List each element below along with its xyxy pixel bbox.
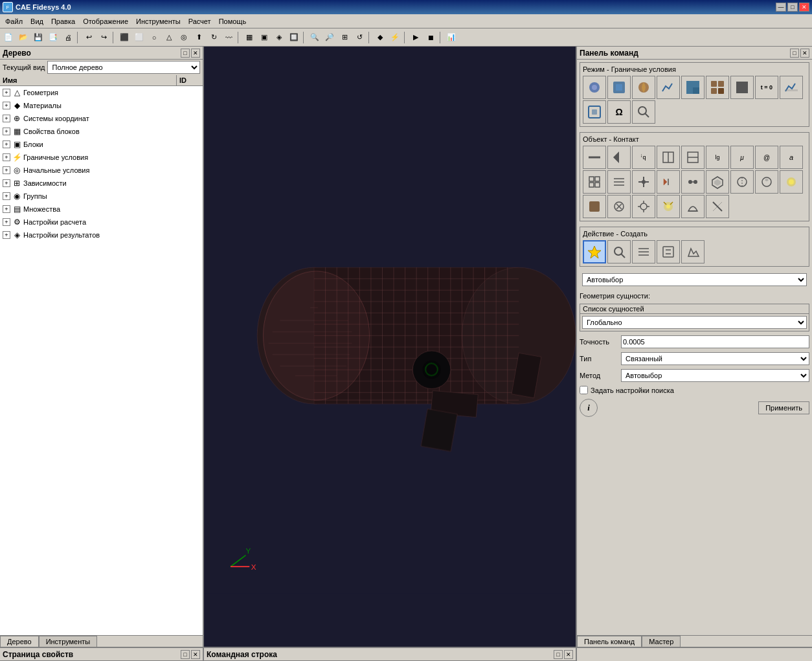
mode-btn-8[interactable]: t = 0	[755, 76, 778, 99]
tb-bc[interactable]: ⚡	[388, 30, 402, 45]
menu-edit[interactable]: Правка	[47, 14, 79, 28]
tree-item-sets[interactable]: + ▤ Множества	[0, 203, 203, 216]
obj-btn-18[interactable]	[780, 170, 803, 194]
obj-btn-15[interactable]	[706, 170, 729, 194]
tree-item-groups[interactable]: + ◉ Группы	[0, 190, 203, 203]
expander-initial[interactable]: +	[3, 166, 10, 174]
tab-cmd-panel[interactable]: Панель команд	[577, 636, 642, 647]
tb-mesh[interactable]: ▦	[242, 30, 256, 45]
expander-result[interactable]: +	[3, 231, 10, 239]
mode-btn-2[interactable]	[607, 76, 631, 99]
tree-item-calc-settings[interactable]: + ⚙ Настройки расчета	[0, 216, 203, 229]
tree-item-geometry[interactable]: + △ Геометрия	[0, 86, 203, 99]
close-button[interactable]: ✕	[799, 3, 809, 12]
menu-tools[interactable]: Инструменты	[132, 14, 185, 28]
cmd-line-float-btn[interactable]: □	[554, 650, 563, 659]
obj-btn-3[interactable]: ⁱq	[632, 146, 655, 169]
tb-redo[interactable]: ↪	[96, 30, 111, 45]
tb-cone[interactable]: △	[162, 30, 176, 45]
tb-torus[interactable]: ◎	[177, 30, 191, 45]
tab-tree[interactable]: Дерево	[0, 636, 39, 647]
expander-sets[interactable]: +	[3, 205, 10, 213]
mode-btn-10[interactable]	[583, 100, 606, 124]
tb-extrude[interactable]: ⬆	[192, 30, 206, 45]
obj-btn-9[interactable]: a	[780, 146, 803, 169]
action-btn-1[interactable]	[583, 240, 606, 263]
obj-btn-2[interactable]	[607, 146, 631, 169]
obj-btn-14[interactable]	[681, 170, 705, 194]
mode-btn-5[interactable]	[681, 76, 705, 99]
tree-item-materials[interactable]: + ◆ Материалы	[0, 99, 203, 112]
obj-btn-13[interactable]	[657, 170, 680, 194]
tb-stop[interactable]: ⏹	[423, 30, 438, 45]
menu-view[interactable]: Вид	[27, 14, 47, 28]
mode-btn-11[interactable]: Ω	[607, 100, 631, 124]
cmd-close-btn[interactable]: ✕	[800, 49, 809, 58]
obj-btn-19[interactable]	[583, 195, 606, 218]
tb-open[interactable]: 📂	[16, 30, 30, 45]
cmd-float-btn[interactable]: □	[790, 49, 799, 58]
tb-box[interactable]: ⬛	[117, 30, 131, 45]
type-dropdown[interactable]: Связанный	[621, 352, 809, 365]
menu-file[interactable]: Файл	[1, 14, 27, 28]
expander-calc[interactable]: +	[3, 218, 10, 226]
tb-sphere[interactable]: ○	[147, 30, 161, 45]
tab-tools[interactable]: Инструменты	[39, 636, 98, 647]
tb-undo[interactable]: ↩	[82, 30, 96, 45]
entity-list-dropdown[interactable]: Глобально	[582, 316, 807, 329]
expander-boundary[interactable]: +	[3, 153, 10, 161]
tree-item-result-settings[interactable]: + ◈ Настройки результатов	[0, 229, 203, 241]
expander-materials[interactable]: +	[3, 102, 10, 109]
viewport-3d[interactable]: X Y	[204, 47, 576, 647]
expander-geometry[interactable]: +	[3, 89, 10, 96]
tb-zoomin[interactable]: 🔍	[308, 30, 322, 45]
search-settings-checkbox[interactable]	[580, 386, 588, 394]
mode-btn-3[interactable]	[632, 76, 655, 99]
expander-groups[interactable]: +	[3, 192, 10, 200]
obj-btn-1[interactable]	[583, 146, 606, 169]
tree-item-initial[interactable]: + ◎ Начальные условия	[0, 164, 203, 177]
mode-btn-7[interactable]	[730, 76, 754, 99]
action-btn-5[interactable]	[681, 240, 705, 263]
tb-zoomout[interactable]: 🔎	[322, 30, 337, 45]
obj-btn-24[interactable]	[706, 195, 729, 218]
mode-btn-12[interactable]	[632, 100, 655, 124]
tb-mesh2[interactable]: ▣	[257, 30, 271, 45]
info-button[interactable]: i	[580, 399, 598, 417]
obj-btn-7[interactable]: μ	[730, 146, 754, 169]
props-close-btn[interactable]: ✕	[191, 650, 200, 659]
obj-btn-11[interactable]	[607, 170, 631, 194]
tb-sweep[interactable]: 〰	[221, 30, 236, 45]
props-float-btn[interactable]: □	[181, 650, 190, 659]
obj-btn-5[interactable]	[681, 146, 705, 169]
maximize-button[interactable]: □	[787, 3, 798, 12]
action-btn-3[interactable]	[632, 240, 655, 263]
tree-item-boundary[interactable]: + ⚡ Граничные условия	[0, 151, 203, 164]
menu-help[interactable]: Помощь	[215, 14, 251, 28]
obj-btn-4[interactable]	[657, 146, 680, 169]
action-btn-2[interactable]	[607, 240, 631, 263]
autoselect-dropdown[interactable]: Автовыбор	[582, 273, 807, 286]
obj-btn-23[interactable]	[681, 195, 705, 218]
mode-btn-9[interactable]	[780, 76, 803, 99]
expander-dependencies[interactable]: +	[3, 179, 10, 187]
tb-new[interactable]: 📄	[1, 30, 16, 45]
cmd-line-close-btn[interactable]: ✕	[564, 650, 573, 659]
tab-master[interactable]: Мастер	[642, 636, 681, 647]
obj-btn-16[interactable]	[730, 170, 754, 194]
tb-cylinder[interactable]: ⬜	[132, 30, 146, 45]
obj-btn-12[interactable]	[632, 170, 655, 194]
tree-item-coord-systems[interactable]: + ⊕ Системы координат	[0, 112, 203, 125]
tb-mesh4[interactable]: 🔲	[287, 30, 301, 45]
obj-btn-6[interactable]: lg	[706, 146, 729, 169]
action-btn-4[interactable]	[657, 240, 680, 263]
tb-revolve[interactable]: ↻	[207, 30, 221, 45]
menu-display[interactable]: Отображение	[79, 14, 132, 28]
tree-item-blocks[interactable]: + ▣ Блоки	[0, 138, 203, 151]
tb-run[interactable]: ▶	[409, 30, 423, 45]
obj-btn-21[interactable]	[632, 195, 655, 218]
tree-item-block-props[interactable]: + ▦ Свойства блоков	[0, 125, 203, 138]
tree-close-btn[interactable]: ✕	[191, 49, 200, 58]
obj-btn-22[interactable]	[657, 195, 680, 218]
tb-save-as[interactable]: 📑	[46, 30, 60, 45]
